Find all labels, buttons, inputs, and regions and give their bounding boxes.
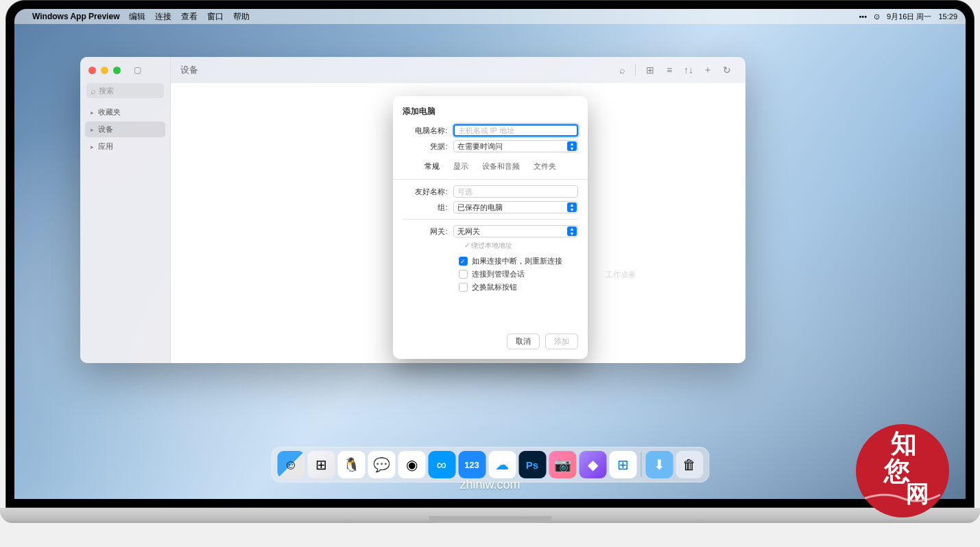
gateway-label: 网关: [403, 226, 453, 237]
tab-display[interactable]: 显示 [446, 159, 475, 174]
dock-123pan[interactable]: 123 [458, 451, 486, 478]
svg-text:知: 知 [890, 429, 917, 458]
laptop-frame: Windows App Preview 编辑 连接 查看 窗口 帮助 ••• ⊙… [5, 0, 975, 508]
laptop-notch [429, 516, 552, 523]
dock-chrome[interactable]: ◉ [398, 451, 425, 478]
tab-general[interactable]: 常规 [418, 159, 446, 174]
dock-cloud[interactable]: ☁ [488, 451, 516, 478]
footer-url: zhiniw.com [459, 478, 520, 492]
dock-cleanshot[interactable]: 📷 [549, 451, 576, 478]
friendly-name-label: 友好名称: [403, 187, 453, 197]
dock-qq[interactable]: 🐧 [337, 451, 365, 478]
friendly-name-input[interactable] [453, 185, 578, 198]
dock-windows-app[interactable]: ⊞ [609, 451, 636, 478]
screen: Windows App Preview 编辑 连接 查看 窗口 帮助 ••• ⊙… [14, 9, 966, 499]
tab-devices-audio[interactable]: 设备和音频 [475, 159, 527, 174]
group-label: 组: [403, 202, 453, 213]
dock-downloads[interactable]: ⬇ [645, 451, 673, 478]
swap-mouse-label: 交换鼠标按钮 [472, 282, 517, 292]
dock-launchpad[interactable]: ⊞ [307, 451, 335, 478]
pc-name-input[interactable] [453, 124, 578, 137]
watermark-seal: 知 您 网 [851, 419, 954, 522]
gateway-select[interactable]: 无网关▲▼ [453, 225, 578, 237]
add-pc-modal: 添加电脑 电脑名称: 凭据: 在需要时询问▲▼ 常规 显示 设备和音频 文件夹 [393, 96, 588, 359]
bypass-local-label: 绕过本地地址 [403, 241, 578, 251]
tab-folders[interactable]: 文件夹 [527, 159, 563, 174]
admin-session-label: 连接到管理会话 [472, 269, 525, 279]
admin-session-checkbox[interactable] [459, 270, 468, 279]
dock-finder[interactable]: ☺ [277, 451, 304, 478]
dock-baidu-disk[interactable]: ∞ [428, 451, 455, 478]
cancel-button[interactable]: 取消 [507, 334, 540, 349]
swap-mouse-checkbox[interactable] [459, 283, 468, 292]
group-select[interactable]: 已保存的电脑▲▼ [453, 201, 578, 213]
chevron-updown-icon: ▲▼ [570, 141, 575, 151]
divider [403, 219, 578, 220]
modal-title: 添加电脑 [403, 106, 578, 117]
dock-photoshop[interactable]: Ps [518, 451, 546, 478]
divider [393, 179, 588, 180]
dock-app-purple[interactable]: ◆ [579, 451, 606, 478]
dock-divider [641, 452, 641, 477]
modal-tabs: 常规 显示 设备和音频 文件夹 [403, 159, 578, 174]
chevron-updown-icon: ▲▼ [570, 226, 575, 236]
svg-text:网: 网 [906, 480, 929, 507]
pc-name-label: 电脑名称: [403, 126, 453, 136]
reconnect-label: 如果连接中断，则重新连接 [472, 256, 562, 266]
add-button[interactable]: 添加 [545, 334, 578, 349]
credential-label: 凭据: [403, 141, 453, 152]
modal-backdrop: 添加电脑 电脑名称: 凭据: 在需要时询问▲▼ 常规 显示 设备和音频 文件夹 [14, 9, 966, 499]
chevron-updown-icon: ▲▼ [570, 202, 575, 212]
credential-select[interactable]: 在需要时询问▲▼ [453, 140, 578, 152]
reconnect-checkbox[interactable]: ✓ [459, 257, 468, 266]
dock-wechat[interactable]: 💬 [368, 451, 395, 478]
dock-trash[interactable]: 🗑 [676, 451, 703, 478]
